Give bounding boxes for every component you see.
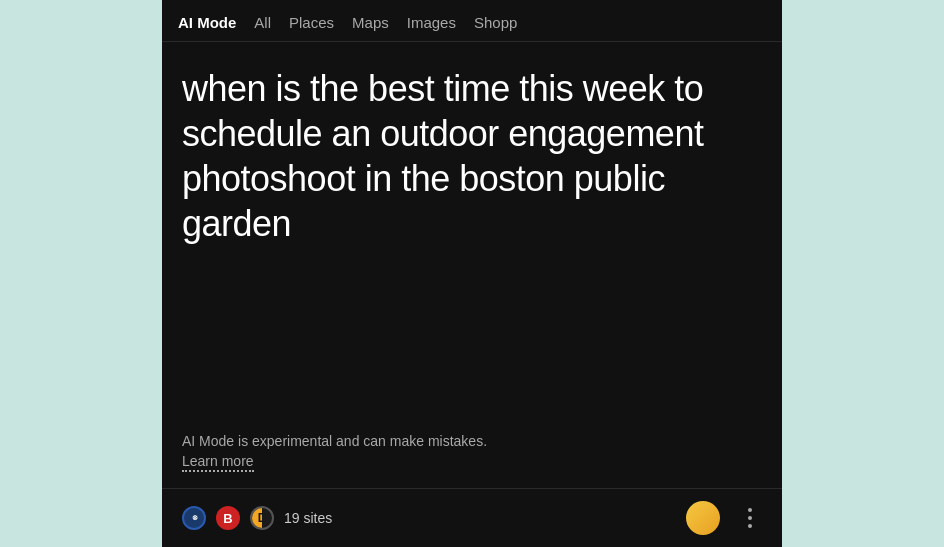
query-section: when is the best time this week to sched… <box>162 42 782 431</box>
tabs-bar: AI Mode All Places Maps Images Shopp <box>162 0 782 42</box>
more-dot-2 <box>748 516 752 520</box>
tab-ai-mode[interactable]: AI Mode <box>178 14 236 31</box>
tab-maps[interactable]: Maps <box>352 14 389 31</box>
d-site-icon <box>250 506 274 530</box>
tab-images[interactable]: Images <box>407 14 456 31</box>
side-panel-right <box>782 0 944 547</box>
more-options-button[interactable] <box>738 506 762 530</box>
sites-count: 19 sites <box>284 510 332 526</box>
main-content: AI Mode All Places Maps Images Shopp whe… <box>162 0 782 547</box>
disclaimer-text: AI Mode is experimental and can make mis… <box>182 431 762 452</box>
b-site-icon: B <box>216 506 240 530</box>
user-avatar[interactable] <box>686 501 720 535</box>
sites-bar: ⊗ B 19 sites <box>162 488 782 547</box>
tab-shopping[interactable]: Shopp <box>474 14 517 31</box>
noaa-site-icon: ⊗ <box>182 506 206 530</box>
tab-all[interactable]: All <box>254 14 271 31</box>
more-dot-1 <box>748 508 752 512</box>
side-panel-left <box>0 0 162 547</box>
more-dot-3 <box>748 524 752 528</box>
learn-more-link[interactable]: Learn more <box>182 453 254 472</box>
tab-places[interactable]: Places <box>289 14 334 31</box>
query-text: when is the best time this week to sched… <box>182 66 762 246</box>
disclaimer-section: AI Mode is experimental and can make mis… <box>162 431 782 488</box>
